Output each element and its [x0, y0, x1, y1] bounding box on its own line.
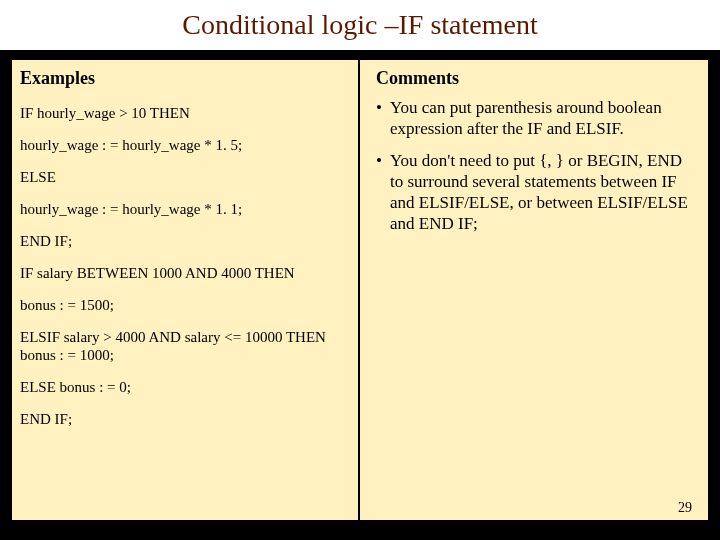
code-line: ELSE bonus : = 0; [20, 378, 348, 396]
bullet-dot-icon: • [376, 97, 390, 140]
code-line: bonus : = 1500; [20, 296, 348, 314]
code-line: ELSE [20, 168, 348, 186]
code-line: hourly_wage : = hourly_wage * 1. 1; [20, 200, 348, 218]
page-number: 29 [678, 500, 692, 516]
examples-heading: Examples [20, 68, 348, 89]
comment-text: You don't need to put {, } or BEGIN, END… [390, 150, 698, 235]
comments-column: Comments • You can put parenthesis aroun… [360, 60, 708, 520]
comment-text: You can put parenthesis around boolean e… [390, 97, 698, 140]
code-line: ELSIF salary > 4000 AND salary <= 10000 … [20, 328, 348, 364]
slide-body: Examples IF hourly_wage > 10 THEN hourly… [12, 60, 708, 520]
code-line: IF salary BETWEEN 1000 AND 4000 THEN [20, 264, 348, 282]
slide-title: Conditional logic –IF statement [182, 9, 537, 41]
comments-heading: Comments [376, 68, 698, 89]
slide-title-band: Conditional logic –IF statement [0, 0, 720, 50]
comment-bullet: • You don't need to put {, } or BEGIN, E… [376, 150, 698, 235]
examples-column: Examples IF hourly_wage > 10 THEN hourly… [12, 60, 360, 520]
code-line: END IF; [20, 232, 348, 250]
code-line: IF hourly_wage > 10 THEN [20, 104, 348, 122]
code-line: END IF; [20, 410, 348, 428]
comment-bullet: • You can put parenthesis around boolean… [376, 97, 698, 140]
code-line: hourly_wage : = hourly_wage * 1. 5; [20, 136, 348, 154]
slide-root: Conditional logic –IF statement Examples… [0, 0, 720, 540]
bullet-dot-icon: • [376, 150, 390, 235]
